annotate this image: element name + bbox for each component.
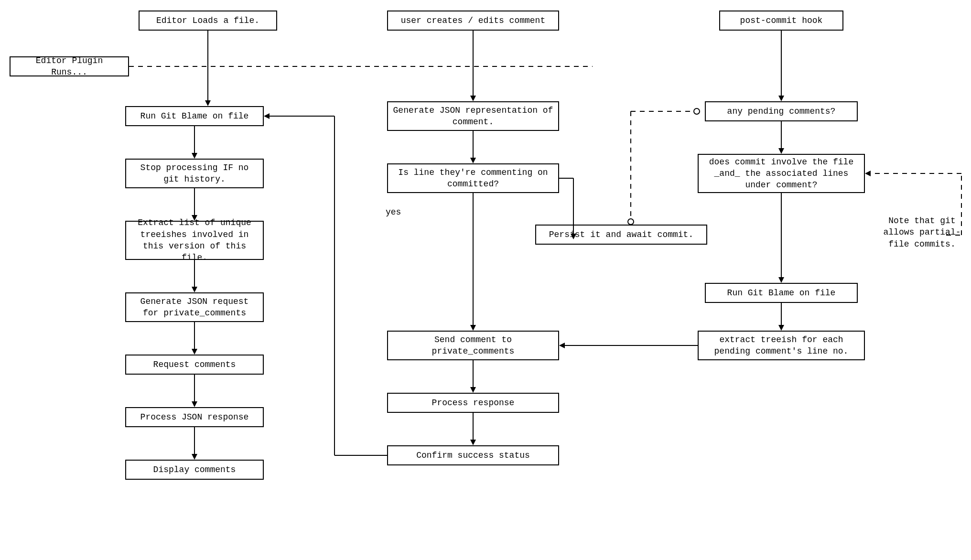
- svg-marker-9: [192, 349, 197, 355]
- svg-marker-27: [571, 234, 576, 239]
- svg-marker-33: [778, 277, 784, 283]
- svg-marker-7: [192, 287, 197, 292]
- svg-marker-41: [264, 113, 270, 119]
- svg-marker-37: [559, 343, 565, 348]
- svg-point-44: [694, 108, 700, 114]
- svg-marker-17: [470, 158, 476, 163]
- flowchart-diagram: Editor Plugin Runs... Editor Loads a fil…: [0, 0, 971, 560]
- svg-point-46: [628, 219, 634, 225]
- svg-marker-11: [192, 401, 197, 407]
- svg-marker-29: [778, 96, 784, 101]
- connectors-svg: [0, 0, 971, 560]
- svg-marker-49: [865, 171, 871, 176]
- svg-marker-3: [192, 153, 197, 159]
- svg-marker-13: [192, 454, 197, 460]
- svg-marker-1: [205, 100, 211, 106]
- svg-marker-15: [470, 96, 476, 101]
- svg-marker-31: [778, 148, 784, 154]
- svg-marker-5: [192, 215, 197, 221]
- svg-marker-21: [470, 387, 476, 393]
- svg-marker-23: [470, 440, 476, 445]
- svg-marker-35: [778, 325, 784, 331]
- svg-marker-19: [470, 325, 476, 331]
